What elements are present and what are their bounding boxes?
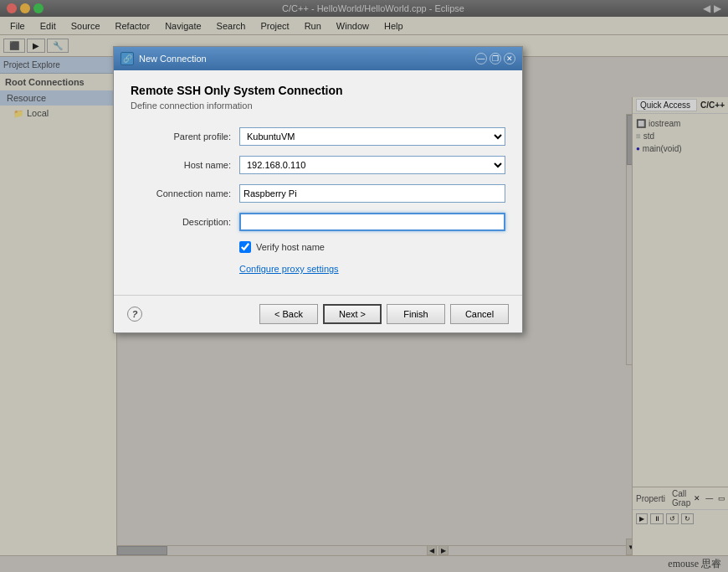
cancel-button[interactable]: Cancel [450, 304, 509, 324]
dialog-subtitle: Define connection information [131, 100, 505, 111]
dialog-main-title: Remote SSH Only System Connection [131, 84, 505, 97]
description-input[interactable] [239, 213, 505, 231]
dialog-footer: ? < Back Next > Finish Cancel [114, 295, 522, 332]
dialog-titlebar: 🔗 New Connection — ❐ ✕ [114, 47, 522, 70]
dialog-restore-btn[interactable]: ❐ [490, 53, 501, 64]
parent-profile-label: Parent profile: [131, 131, 239, 142]
connection-name-input[interactable] [239, 184, 505, 203]
verify-host-checkbox[interactable] [239, 241, 251, 253]
connection-name-label: Connection name: [131, 188, 239, 198]
dialog-icon: 🔗 [120, 52, 134, 65]
dialog-close-btn[interactable]: ✕ [504, 53, 515, 64]
next-button[interactable]: Next > [323, 304, 382, 324]
parent-profile-select-wrapper: KubuntuVM Default [239, 127, 505, 146]
footer-buttons: < Back Next > Finish Cancel [259, 304, 509, 324]
dialog-window-controls[interactable]: — ❐ ✕ [475, 53, 515, 64]
dialog-icon-symbol: 🔗 [123, 54, 132, 63]
footer-left: ? [127, 307, 142, 322]
finish-button[interactable]: Finish [387, 304, 445, 324]
dialog-minimize-btn[interactable]: — [475, 53, 487, 64]
dialog-title-left: 🔗 New Connection [120, 52, 207, 65]
parent-profile-row: Parent profile: KubuntuVM Default [131, 127, 505, 146]
dialog-body: Remote SSH Only System Connection Define… [114, 70, 522, 295]
configure-proxy-link[interactable]: Configure proxy settings [239, 264, 339, 274]
description-row: Description: [131, 213, 505, 231]
host-name-select-wrapper: 192.168.0.110 [239, 156, 505, 174]
verify-host-label: Verify host name [256, 242, 325, 252]
host-name-label: Host name: [131, 160, 239, 170]
host-name-row: Host name: 192.168.0.110 [131, 156, 505, 174]
eclipse-background: C/C++ - HelloWorld/HelloWorld.cpp - Ecli… [0, 0, 728, 572]
configure-proxy-row: Configure proxy settings [239, 263, 505, 275]
connection-name-row: Connection name: [131, 184, 505, 203]
description-label: Description: [131, 217, 239, 227]
help-button[interactable]: ? [127, 307, 142, 322]
dialog-title-text: New Connection [139, 54, 207, 64]
back-button[interactable]: < Back [259, 304, 318, 324]
host-name-select[interactable]: 192.168.0.110 [239, 156, 505, 174]
verify-host-row: Verify host name [239, 241, 505, 253]
parent-profile-select[interactable]: KubuntuVM Default [239, 127, 505, 146]
new-connection-dialog: 🔗 New Connection — ❐ ✕ Remote SSH Only S… [113, 46, 523, 333]
